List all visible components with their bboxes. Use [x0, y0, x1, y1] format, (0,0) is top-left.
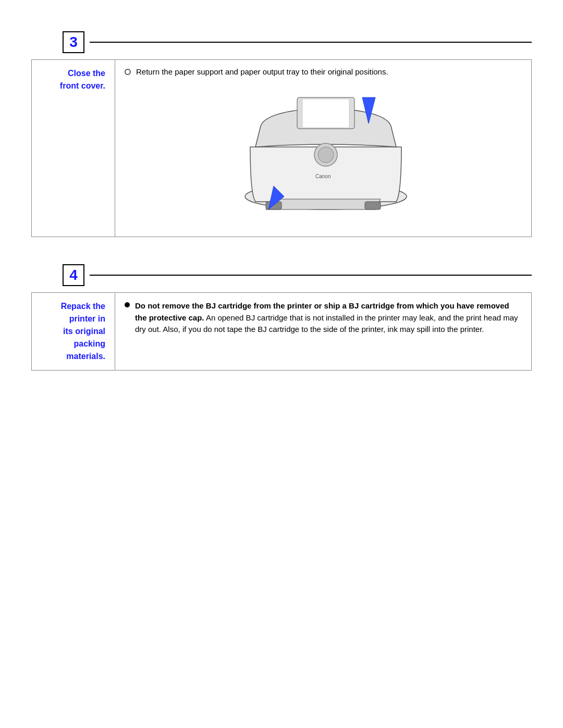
step3-content: Return the paper support and paper outpu…	[115, 60, 532, 237]
step3-number: 3	[63, 31, 84, 53]
step3-line	[90, 42, 532, 43]
svg-text:Canon: Canon	[315, 174, 331, 179]
step3-label: Close thefront cover.	[32, 60, 115, 237]
step4-table: Repack theprinter inits originalpackingm…	[31, 292, 532, 371]
step4-warning-text: Do not remove the BJ cartridge from the …	[135, 300, 522, 336]
step4-bullet: Do not remove the BJ cartridge from the …	[125, 300, 522, 336]
step4-header: 4	[63, 264, 532, 286]
printer-illustration: Canon	[125, 84, 522, 225]
step4-line	[90, 275, 532, 276]
dot-marker	[125, 302, 130, 307]
step3-bullet: Return the paper support and paper outpu…	[125, 67, 522, 76]
circle-marker	[125, 69, 131, 75]
svg-point-4	[318, 147, 334, 163]
step4-label: Repack theprinter inits originalpackingm…	[32, 293, 115, 371]
step3-header: 3	[63, 31, 532, 53]
svg-rect-2	[302, 99, 349, 128]
step4-content: Do not remove the BJ cartridge from the …	[115, 293, 532, 371]
step3-text: Return the paper support and paper outpu…	[136, 67, 388, 76]
spacer1	[31, 254, 532, 264]
step3-table: Close thefront cover. Return the paper s…	[31, 59, 532, 237]
printer-svg: Canon	[224, 84, 422, 225]
step4-number: 4	[63, 264, 84, 286]
svg-rect-7	[365, 202, 381, 209]
